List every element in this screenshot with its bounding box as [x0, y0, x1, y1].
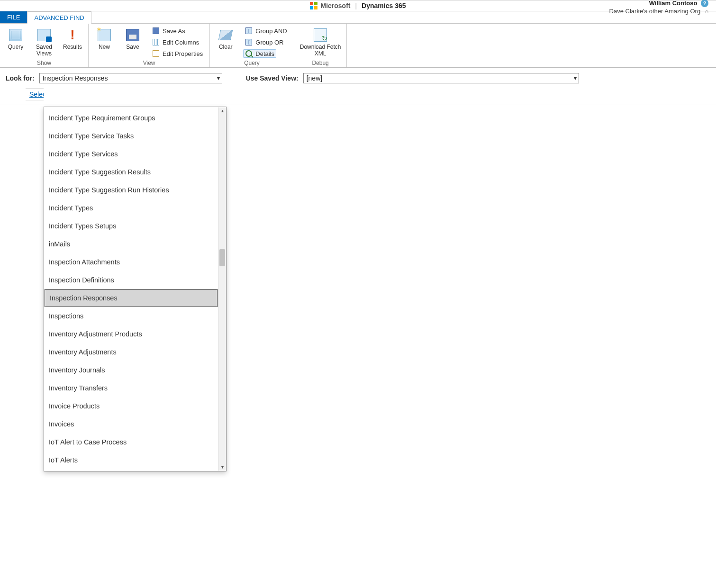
chevron-down-icon: ▾: [217, 75, 220, 81]
ribbon-group-query: Clear [ Group AND [ Group OR Details Que…: [210, 24, 294, 67]
saved-view-combo[interactable]: [new] ▾: [303, 73, 579, 83]
group-label-debug: Debug: [312, 60, 328, 66]
look-for-combo[interactable]: Inspection Responses ▾: [39, 73, 222, 83]
brand-block: Microsoft | Dynamics 365: [310, 2, 406, 9]
group-and-icon: [: [245, 27, 252, 34]
ribbon-group-show: Query Saved Views ! Results Show: [0, 24, 89, 67]
select-link[interactable]: Select: [26, 88, 44, 100]
saved-views-button[interactable]: Saved Views: [33, 27, 55, 58]
edit-properties-button[interactable]: Edit Properties: [150, 49, 205, 58]
save-as-label: Save As: [163, 27, 185, 35]
look-for-value: Inspection Responses: [43, 74, 108, 82]
tab-file[interactable]: FILE: [0, 11, 27, 23]
microsoft-logo-icon: [310, 2, 317, 9]
edit-columns-button[interactable]: Edit Columns: [150, 38, 201, 46]
details-label: Details: [255, 50, 274, 57]
top-bar: Microsoft | Dynamics 365 William Contoso…: [0, 0, 716, 11]
tab-advanced-find[interactable]: ADVANCED FIND: [27, 11, 91, 24]
details-button[interactable]: Details: [243, 49, 276, 58]
group-label-view: View: [143, 60, 155, 66]
new-icon: [98, 29, 111, 41]
new-label: New: [99, 44, 110, 50]
save-label: Save: [126, 44, 139, 50]
microsoft-label: Microsoft: [320, 2, 350, 9]
ribbon-group-view: New Save Save As Edit Columns Edit Prope…: [89, 24, 210, 67]
group-or-icon: [: [245, 39, 252, 45]
query-button[interactable]: Query: [5, 27, 27, 51]
group-or-button[interactable]: [ Group OR: [243, 38, 285, 46]
ribbon-group-debug: Download Fetch XML Debug: [294, 24, 347, 67]
saved-views-icon: [37, 29, 51, 41]
chevron-down-icon: ▾: [574, 75, 577, 81]
new-button[interactable]: New: [93, 27, 115, 51]
tab-row: FILE ADVANCED FIND: [0, 11, 716, 24]
exclamation-icon: !: [70, 28, 74, 42]
download-fetch-label: Download Fetch XML: [300, 44, 341, 57]
divider-line: [0, 105, 716, 105]
edit-properties-label: Edit Properties: [163, 50, 203, 57]
product-label: Dynamics 365: [362, 2, 406, 9]
magnifier-icon: [245, 50, 252, 57]
group-and-button[interactable]: [ Group AND: [243, 27, 289, 35]
disk-small-icon: [153, 27, 159, 34]
look-for-label: Look for:: [6, 74, 35, 82]
query-label: Query: [8, 44, 24, 50]
saved-views-label: Saved Views: [36, 44, 52, 57]
edit-columns-label: Edit Columns: [163, 39, 199, 46]
org-name: Dave Clarke's other Amazing Org: [609, 8, 701, 15]
clear-label: Clear: [219, 44, 233, 50]
clear-button[interactable]: Clear: [215, 27, 236, 51]
saved-view-label: Use Saved View:: [246, 74, 299, 82]
save-icon: [126, 29, 139, 41]
group-or-label: Group OR: [255, 39, 283, 46]
columns-icon: [153, 39, 159, 45]
results-label: Results: [63, 44, 82, 50]
user-name: William Contoso: [649, 0, 698, 8]
fetch-xml-icon: [314, 28, 327, 42]
eraser-icon: [218, 30, 233, 40]
save-as-button[interactable]: Save As: [150, 27, 187, 35]
properties-icon: [153, 50, 159, 57]
grid-icon: [9, 29, 22, 41]
saved-view-value: [new]: [307, 74, 322, 82]
ribbon: Query Saved Views ! Results Show New Sav…: [0, 24, 716, 68]
group-label-query: Query: [244, 60, 260, 66]
home-icon[interactable]: ⌂: [705, 8, 708, 16]
group-and-label: Group AND: [255, 27, 287, 35]
results-button[interactable]: ! Results: [62, 27, 83, 51]
help-icon[interactable]: ?: [701, 0, 708, 7]
user-block: William Contoso ? Dave Clarke's other Am…: [609, 0, 708, 16]
group-label-show: Show: [37, 60, 51, 66]
save-button[interactable]: Save: [122, 27, 144, 51]
brand-divider: |: [355, 2, 357, 9]
download-fetch-xml-button[interactable]: Download Fetch XML: [299, 27, 342, 58]
query-bar: Look for: Inspection Responses ▾ Use Sav…: [0, 68, 716, 86]
